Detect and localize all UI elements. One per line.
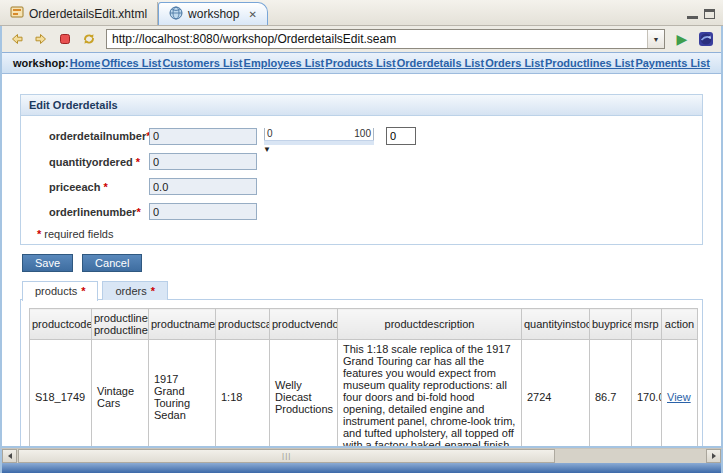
required-fields-note: * required fields xyxy=(37,228,694,240)
minimize-view-icon[interactable] xyxy=(687,9,698,19)
form-row-quantityordered: quantityordered * xyxy=(29,153,694,170)
go-icon[interactable]: ▶ xyxy=(672,29,692,49)
field-label: orderdetailnumber* xyxy=(49,130,149,142)
orderdetailnumber-field[interactable] xyxy=(149,128,257,145)
col-productvendor: productvendor xyxy=(270,309,338,340)
table-row: S18_1749 Vintage Cars 1917 Grand Touring… xyxy=(30,340,698,447)
nav-link-employees-list[interactable]: Employees List xyxy=(244,57,325,69)
slider-max-label: 100 xyxy=(354,128,371,140)
col-action: action xyxy=(662,309,698,340)
detail-tabs: products* orders* xyxy=(22,281,703,300)
view-link[interactable]: View xyxy=(667,391,691,403)
view-window-buttons xyxy=(687,9,723,25)
form-row-orderlinenumber: orderlinenumber* xyxy=(29,203,694,220)
tab-orders[interactable]: orders* xyxy=(102,281,167,300)
nav-link-home[interactable]: Home xyxy=(70,57,101,69)
cell-productdescription: This 1:18 scale replica of the 1917 Gran… xyxy=(338,340,522,447)
tab-orderdetailsedit-xhtml[interactable]: OrderdetailsEdit.xhtml xyxy=(0,2,158,25)
nav-link-productlines-list[interactable]: Productlines List xyxy=(545,57,634,69)
back-icon[interactable] xyxy=(7,29,27,49)
scrollbar-grip-icon: ||| xyxy=(282,452,291,460)
col-productdescription: productdescription xyxy=(338,309,522,340)
slider-value-field[interactable] xyxy=(386,127,416,145)
slider-track[interactable] xyxy=(264,140,374,145)
slider-scale: 0 100 xyxy=(264,128,374,140)
form-body: orderdetailnumber* 0 100 ▼ xyxy=(21,116,702,244)
app-menu-bar: workshop: Home Offices List Customers Li… xyxy=(2,53,721,74)
col-productcode: productcode xyxy=(30,309,92,340)
save-button[interactable]: Save xyxy=(22,254,73,272)
tab-label: workshop xyxy=(188,7,239,21)
nav-link-orders-list[interactable]: Orders List xyxy=(485,57,544,69)
scrollbar-track[interactable]: ||| xyxy=(17,449,706,463)
cell-productscale: 1:18 xyxy=(216,340,270,447)
col-msrp: msrp xyxy=(632,309,662,340)
tab-products[interactable]: products* xyxy=(22,281,98,301)
browser-toolbar: ▼ ▶ xyxy=(2,26,721,52)
forward-icon[interactable] xyxy=(31,29,51,49)
scrollbar-thumb[interactable]: ||| xyxy=(18,449,555,463)
required-asterisk: * xyxy=(136,156,140,168)
cell-action: View xyxy=(662,340,698,447)
app-brand: workshop: xyxy=(13,57,69,69)
form-row-priceeach: priceeach * xyxy=(29,178,694,195)
table-header-row: productcode productlines productline pro… xyxy=(30,309,698,340)
window-bottom-edge xyxy=(0,463,723,473)
required-asterisk: * xyxy=(136,206,140,218)
priceeach-field[interactable] xyxy=(149,178,257,195)
xhtml-file-icon xyxy=(10,5,24,22)
nav-link-payments-list[interactable]: Payments List xyxy=(635,57,710,69)
slider-min-label: 0 xyxy=(267,128,273,140)
tab-workshop[interactable]: workshop ✕ xyxy=(158,2,268,25)
url-bar: ▼ xyxy=(106,29,665,49)
products-tab-panel: productcode productlines productline pro… xyxy=(20,299,703,446)
slider-thumb-icon[interactable]: ▼ xyxy=(263,146,271,154)
horizontal-scrollbar: ||| xyxy=(0,448,723,463)
field-label: quantityordered * xyxy=(49,156,149,168)
nav-link-orderdetails-list[interactable]: Orderdetails List xyxy=(397,57,484,69)
globe-icon xyxy=(169,6,183,23)
cell-productname: 1917 Grand Touring Sedan xyxy=(149,340,216,447)
nav-link-customers-list[interactable]: Customers List xyxy=(162,57,242,69)
maximize-view-icon[interactable] xyxy=(704,9,715,19)
col-productname: productname xyxy=(149,309,216,340)
form-row-orderdetailnumber: orderdetailnumber* 0 100 ▼ xyxy=(29,127,694,145)
stop-icon[interactable] xyxy=(55,29,75,49)
scroll-left-icon[interactable] xyxy=(2,449,17,463)
form-title: Edit Orderdetails xyxy=(21,95,702,116)
field-label: orderlinenumber* xyxy=(49,206,149,218)
required-asterisk: * xyxy=(151,285,155,297)
url-input[interactable] xyxy=(107,32,647,46)
page-body: Edit Orderdetails orderdetailnumber* 0 1… xyxy=(2,74,721,446)
tab-label: OrderdetailsEdit.xhtml xyxy=(29,7,147,21)
orderdetailnumber-slider: 0 100 ▼ xyxy=(264,128,374,145)
tab-label: orders xyxy=(115,285,146,297)
eclipse-window: OrderdetailsEdit.xhtml workshop ✕ xyxy=(0,0,723,473)
cell-productvendor: Welly Diecast Productions xyxy=(270,340,338,447)
cell-quantityinstock: 2724 xyxy=(522,340,590,447)
close-icon[interactable]: ✕ xyxy=(248,9,256,20)
web-page: workshop: Home Offices List Customers Li… xyxy=(2,52,721,446)
cancel-button[interactable]: Cancel xyxy=(82,254,142,272)
nav-link-offices-list[interactable]: Offices List xyxy=(101,57,161,69)
editor-tabbar: OrderdetailsEdit.xhtml workshop ✕ xyxy=(0,0,723,26)
browser-engine-icon[interactable] xyxy=(696,29,716,49)
quantityordered-field[interactable] xyxy=(149,153,257,170)
col-quantityinstock: quantityinstock xyxy=(522,309,590,340)
scroll-right-icon[interactable] xyxy=(706,449,721,463)
col-productscale: productscale xyxy=(216,309,270,340)
tab-label: products xyxy=(35,285,77,297)
orderlinenumber-field[interactable] xyxy=(149,203,257,220)
cell-productcode: S18_1749 xyxy=(30,340,92,447)
url-dropdown-icon[interactable]: ▼ xyxy=(647,30,664,48)
cell-buyprice: 86.7 xyxy=(590,340,632,447)
edit-orderdetails-form: Edit Orderdetails orderdetailnumber* 0 1… xyxy=(20,94,703,245)
required-asterisk: * xyxy=(103,181,107,193)
field-label: priceeach * xyxy=(49,181,149,193)
required-asterisk: * xyxy=(81,285,85,297)
nav-link-products-list[interactable]: Products List xyxy=(325,57,395,69)
col-buyprice: buyprice xyxy=(590,309,632,340)
form-actions: Save Cancel xyxy=(22,254,703,272)
cell-productline: Vintage Cars xyxy=(92,340,149,447)
refresh-icon[interactable] xyxy=(79,29,99,49)
